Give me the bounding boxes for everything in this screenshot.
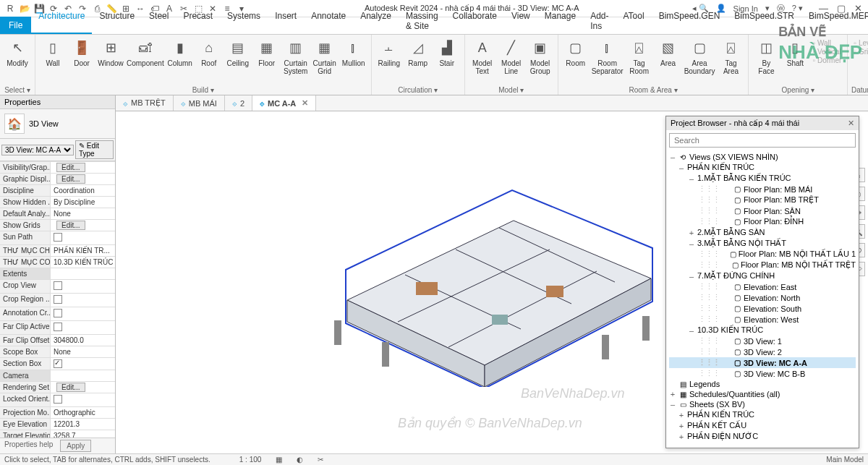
vc-icon-3[interactable]: ✂ xyxy=(318,456,323,464)
ribbon-tab-bimspeed-gen[interactable]: BimSpeed.GEN xyxy=(652,8,728,34)
tree-node[interactable]: +PHẦN KIẾN TRÚC xyxy=(669,409,856,420)
checkbox[interactable] xyxy=(54,359,62,368)
ribbon-group-label[interactable]: Model ▾ xyxy=(465,85,558,95)
instance-selector[interactable]: 3D View: MC A-A xyxy=(1,145,74,155)
tree-twisty-icon[interactable]: + xyxy=(669,390,676,398)
ribbon-tab-structure[interactable]: Structure xyxy=(92,8,142,34)
ribbon-tab-systems[interactable]: Systems xyxy=(220,8,268,34)
ribbon-window[interactable]: ⊞Window xyxy=(98,38,124,67)
checkbox[interactable] xyxy=(54,309,62,317)
ribbon-tab-collaborate[interactable]: Collaborate xyxy=(446,8,504,34)
tree-twisty-icon[interactable]: – xyxy=(678,163,685,172)
prop-value[interactable] xyxy=(51,231,115,244)
ribbon-model-group[interactable]: ▣ModelGroup xyxy=(527,38,553,75)
ribbon-room[interactable]: ▢Room xyxy=(563,38,589,67)
vc-icon-2[interactable]: ◐ xyxy=(297,456,303,464)
prop-value[interactable]: Edit... xyxy=(51,382,115,393)
prop-value[interactable]: By Discipline xyxy=(51,197,115,208)
main-model-selector[interactable]: Main Model xyxy=(826,456,864,464)
ribbon-area[interactable]: ▧Area xyxy=(655,38,681,67)
ribbon-wall[interactable]: ▫ Wall xyxy=(812,39,841,47)
checkbox[interactable] xyxy=(54,323,62,331)
ribbon-grid[interactable]: ▫ Grid xyxy=(854,48,868,56)
tree-node[interactable]: –10.3D KIẾN TRÚC xyxy=(669,325,856,336)
ribbon-tab-precast[interactable]: Precast xyxy=(176,8,220,34)
prop-value[interactable] xyxy=(51,358,115,370)
prop-value[interactable] xyxy=(51,268,115,279)
ribbon-tab-bimspeed-mep[interactable]: BimSpeed.MEP xyxy=(801,8,868,34)
ribbon-group-label[interactable]: Datum ▾ xyxy=(848,85,868,95)
tree-twisty-icon[interactable]: – xyxy=(669,153,676,161)
ribbon-vertical[interactable]: ▫ Vertical xyxy=(812,48,841,56)
ribbon-tab-view[interactable]: View xyxy=(504,8,537,34)
tree-node[interactable]: ⋮⋮⋮▢3D View: MC A-A xyxy=(669,357,856,368)
ribbon-tab-bimspeed-str[interactable]: BimSpeed.STR xyxy=(727,8,801,34)
tree-node[interactable]: –3.MẶT BẰNG NỘI THẤT xyxy=(669,238,856,249)
ribbon-curtain-system[interactable]: ▥CurtainSystem xyxy=(283,38,309,75)
ribbon-tab-add-ins[interactable]: Add-Ins xyxy=(583,8,616,34)
tree-node[interactable]: ⋮⋮⋮▢Elevation: West xyxy=(669,314,856,325)
ribbon-door[interactable]: 🚪Door xyxy=(69,38,95,67)
tree-node[interactable]: ⋮⋮⋮▢Elevation: East xyxy=(669,281,856,292)
prop-value[interactable] xyxy=(51,307,115,320)
ribbon-component[interactable]: 🛋Component xyxy=(127,38,164,67)
ribbon-dormer[interactable]: ▫ Dormer xyxy=(812,56,841,64)
project-browser-title-bar[interactable]: Project Browser - nhà cấp 4 mái thái ✕ xyxy=(666,116,859,130)
ribbon-tab-steel[interactable]: Steel xyxy=(142,8,176,34)
ribbon-area-boundary[interactable]: ▢AreaBoundary xyxy=(684,38,715,75)
ribbon-floor[interactable]: ▦Floor xyxy=(254,38,280,67)
tree-twisty-icon[interactable]: – xyxy=(688,239,695,248)
prop-value[interactable]: Orthographic xyxy=(51,407,115,418)
tree-node[interactable]: +PHẦN KẾT CẤU xyxy=(669,420,856,431)
open-icon[interactable]: 📂 xyxy=(19,3,30,14)
prop-value[interactable]: 10.3D KIẾN TRÚC xyxy=(51,257,115,268)
view-tab-mb-trệt[interactable]: ⟐MB TRỆT xyxy=(116,95,174,111)
checkbox[interactable] xyxy=(54,233,62,242)
ribbon-model-text[interactable]: AModelText xyxy=(469,38,495,75)
checkbox[interactable] xyxy=(54,395,62,404)
properties-help-link[interactable]: Properties help xyxy=(0,438,57,453)
tree-node[interactable]: ⋮⋮⋮▢Floor Plan: MB TRỆT xyxy=(669,195,856,205)
ribbon-group-label[interactable]: Build ▾ xyxy=(35,85,371,95)
prop-value[interactable]: Edit... xyxy=(51,162,115,173)
tree-node[interactable]: +▦Schedules/Quantities (all) xyxy=(669,389,856,399)
tree-node[interactable]: –⟲Views (SX VIEWS NHÌN) xyxy=(669,152,856,162)
prop-value[interactable]: 3258.7 xyxy=(51,430,115,438)
apply-button[interactable]: Apply xyxy=(60,440,91,452)
ribbon-stair[interactable]: ▟Stair xyxy=(434,38,460,67)
tree-node[interactable]: –7.MẶT ĐỨNG CHÍNH xyxy=(669,270,856,281)
tree-node[interactable]: +2.MẶT BẰNG SÀN xyxy=(669,227,856,238)
tree-node[interactable]: ⋮⋮⋮▢Floor Plan: MB NỘI THẤT TRỆT xyxy=(669,260,856,270)
tree-node[interactable]: –PHẦN KIẾN TRÚC xyxy=(669,162,856,173)
ribbon-group-label[interactable]: Room & Area ▾ xyxy=(558,85,749,95)
ribbon-level[interactable]: ▫ Level xyxy=(854,39,868,47)
prop-value[interactable] xyxy=(51,294,115,307)
ribbon-group-label[interactable]: Opening ▾ xyxy=(749,85,847,95)
ribbon-tab-massing-site[interactable]: Massing & Site xyxy=(399,8,446,34)
view-tab-mb-mái[interactable]: ⟐MB MÁI xyxy=(174,95,225,111)
edit-button[interactable]: Edit... xyxy=(56,383,85,392)
tree-node[interactable]: ⋮⋮⋮▢Elevation: North xyxy=(669,292,856,303)
tree-node[interactable]: ⋮⋮⋮▢Floor Plan: MB NỘI THẤT LẦU 1 xyxy=(669,249,856,260)
tree-twisty-icon[interactable]: – xyxy=(669,400,676,409)
ribbon-model-line[interactable]: ╱ModelLine xyxy=(498,38,524,75)
ribbon-group-label[interactable]: Circulation ▾ xyxy=(372,85,464,95)
tree-twisty-icon[interactable]: + xyxy=(678,422,685,430)
prop-value[interactable]: Coordination xyxy=(51,185,115,196)
ribbon-tag-area[interactable]: ⍓TagArea xyxy=(718,38,744,75)
prop-value[interactable]: PHẦN KIẾN TR... xyxy=(51,245,115,256)
prop-value[interactable]: 304800.0 xyxy=(51,335,115,346)
project-browser-close-icon[interactable]: ✕ xyxy=(848,119,854,128)
prop-value[interactable]: 12201.3 xyxy=(51,419,115,430)
tree-twisty-icon[interactable]: – xyxy=(688,326,695,335)
tree-node[interactable]: +PHẦN ĐIỆN NƯỚC xyxy=(669,431,856,442)
prop-value[interactable] xyxy=(51,393,115,406)
tree-node[interactable]: ⋮⋮⋮▢Floor Plan: ĐỈNH xyxy=(669,216,856,227)
prop-value[interactable] xyxy=(51,370,115,381)
tree-twisty-icon[interactable]: + xyxy=(688,229,695,237)
tree-twisty-icon[interactable]: – xyxy=(688,174,695,183)
file-tab[interactable]: File xyxy=(0,17,31,34)
project-browser-tree[interactable]: –⟲Views (SX VIEWS NHÌN)–PHẦN KIẾN TRÚC–1… xyxy=(666,150,859,448)
tree-node[interactable]: ⋮⋮⋮▢Elevation: South xyxy=(669,303,856,314)
ribbon-ramp[interactable]: ◿Ramp xyxy=(405,38,431,67)
